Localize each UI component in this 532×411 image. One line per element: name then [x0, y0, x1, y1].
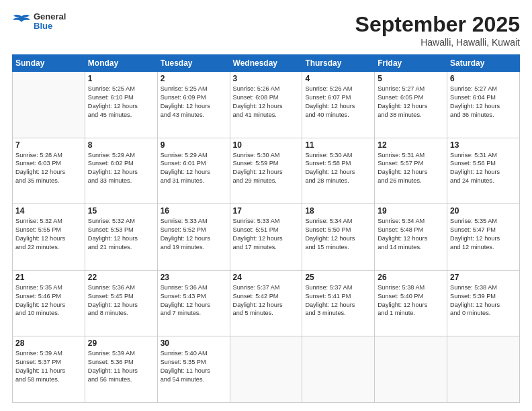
- calendar-cell: 11Sunrise: 5:30 AM Sunset: 5:58 PM Dayli…: [302, 138, 375, 204]
- day-number: 18: [305, 206, 371, 216]
- weekday-header-friday: Friday: [375, 55, 447, 72]
- day-number: 23: [161, 273, 227, 282]
- day-number: 28: [15, 338, 82, 348]
- calendar-week-row: 1Sunrise: 5:25 AM Sunset: 6:10 PM Daylig…: [13, 72, 520, 138]
- day-info: Sunrise: 5:36 AM Sunset: 5:43 PM Dayligh…: [161, 283, 227, 318]
- calendar-cell: 3Sunrise: 5:26 AM Sunset: 6:08 PM Daylig…: [230, 72, 302, 138]
- calendar-cell: 29Sunrise: 5:39 AM Sunset: 5:36 PM Dayli…: [85, 336, 157, 403]
- day-info: Sunrise: 5:31 AM Sunset: 5:56 PM Dayligh…: [450, 151, 517, 186]
- day-number: 14: [15, 206, 82, 216]
- calendar-cell: 1Sunrise: 5:25 AM Sunset: 6:10 PM Daylig…: [85, 72, 157, 138]
- day-number: 19: [378, 206, 444, 216]
- calendar-cell: 2Sunrise: 5:25 AM Sunset: 6:09 PM Daylig…: [157, 72, 230, 138]
- calendar-table: SundayMondayTuesdayWednesdayThursdayFrid…: [12, 54, 520, 403]
- calendar-week-row: 7Sunrise: 5:28 AM Sunset: 6:03 PM Daylig…: [13, 138, 520, 204]
- calendar-cell: 16Sunrise: 5:33 AM Sunset: 5:52 PM Dayli…: [157, 204, 230, 271]
- day-info: Sunrise: 5:31 AM Sunset: 5:57 PM Dayligh…: [378, 151, 444, 186]
- day-number: 1: [88, 74, 154, 83]
- calendar-cell: [13, 72, 85, 138]
- calendar-cell: 21Sunrise: 5:35 AM Sunset: 5:46 PM Dayli…: [13, 270, 85, 336]
- calendar-week-row: 14Sunrise: 5:32 AM Sunset: 5:55 PM Dayli…: [13, 204, 520, 271]
- calendar-cell: 25Sunrise: 5:37 AM Sunset: 5:41 PM Dayli…: [302, 270, 375, 336]
- day-number: 21: [15, 273, 82, 282]
- calendar-cell: 26Sunrise: 5:38 AM Sunset: 5:40 PM Dayli…: [375, 270, 447, 336]
- calendar-cell: 14Sunrise: 5:32 AM Sunset: 5:55 PM Dayli…: [13, 204, 85, 271]
- day-number: 6: [450, 74, 517, 83]
- calendar-cell: 12Sunrise: 5:31 AM Sunset: 5:57 PM Dayli…: [375, 138, 447, 204]
- calendar-cell: 23Sunrise: 5:36 AM Sunset: 5:43 PM Dayli…: [157, 270, 230, 336]
- day-number: 26: [378, 273, 444, 282]
- weekday-header-sunday: Sunday: [13, 55, 85, 72]
- day-info: Sunrise: 5:25 AM Sunset: 6:10 PM Dayligh…: [88, 85, 154, 120]
- day-info: Sunrise: 5:32 AM Sunset: 5:53 PM Dayligh…: [88, 217, 154, 252]
- day-info: Sunrise: 5:32 AM Sunset: 5:55 PM Dayligh…: [15, 217, 82, 252]
- day-number: 9: [161, 140, 227, 150]
- calendar-cell: 7Sunrise: 5:28 AM Sunset: 6:03 PM Daylig…: [13, 138, 85, 204]
- day-number: 16: [161, 206, 227, 216]
- day-info: Sunrise: 5:39 AM Sunset: 5:36 PM Dayligh…: [88, 349, 154, 384]
- weekday-header-thursday: Thursday: [302, 55, 375, 72]
- day-info: Sunrise: 5:34 AM Sunset: 5:48 PM Dayligh…: [378, 217, 444, 252]
- calendar-cell: [230, 336, 302, 403]
- day-info: Sunrise: 5:27 AM Sunset: 6:04 PM Dayligh…: [450, 85, 517, 120]
- calendar-cell: 6Sunrise: 5:27 AM Sunset: 6:04 PM Daylig…: [447, 72, 520, 138]
- day-info: Sunrise: 5:33 AM Sunset: 5:51 PM Dayligh…: [233, 217, 300, 252]
- day-number: 17: [233, 206, 300, 216]
- logo-line2: Blue: [34, 21, 66, 31]
- calendar-cell: [302, 336, 375, 403]
- weekday-header-row: SundayMondayTuesdayWednesdayThursdayFrid…: [13, 55, 520, 72]
- day-info: Sunrise: 5:36 AM Sunset: 5:45 PM Dayligh…: [88, 283, 154, 318]
- day-info: Sunrise: 5:37 AM Sunset: 5:42 PM Dayligh…: [233, 283, 300, 318]
- day-number: 8: [88, 140, 154, 150]
- weekday-header-wednesday: Wednesday: [230, 55, 302, 72]
- day-info: Sunrise: 5:29 AM Sunset: 6:01 PM Dayligh…: [161, 151, 227, 186]
- day-number: 29: [88, 338, 154, 348]
- calendar-week-row: 21Sunrise: 5:35 AM Sunset: 5:46 PM Dayli…: [13, 270, 520, 336]
- calendar-cell: [375, 336, 447, 403]
- day-number: 24: [233, 273, 300, 282]
- calendar-cell: 8Sunrise: 5:29 AM Sunset: 6:02 PM Daylig…: [85, 138, 157, 204]
- weekday-header-saturday: Saturday: [447, 55, 520, 72]
- calendar-cell: 24Sunrise: 5:37 AM Sunset: 5:42 PM Dayli…: [230, 270, 302, 336]
- day-info: Sunrise: 5:25 AM Sunset: 6:09 PM Dayligh…: [161, 85, 227, 120]
- weekday-header-tuesday: Tuesday: [157, 55, 230, 72]
- calendar-cell: 9Sunrise: 5:29 AM Sunset: 6:01 PM Daylig…: [157, 138, 230, 204]
- day-info: Sunrise: 5:37 AM Sunset: 5:41 PM Dayligh…: [305, 283, 371, 318]
- day-info: Sunrise: 5:26 AM Sunset: 6:08 PM Dayligh…: [233, 85, 300, 120]
- day-number: 11: [305, 140, 371, 150]
- calendar-cell: 27Sunrise: 5:38 AM Sunset: 5:39 PM Dayli…: [447, 270, 520, 336]
- day-number: 15: [88, 206, 154, 216]
- logo-line1: General: [34, 12, 66, 21]
- day-info: Sunrise: 5:30 AM Sunset: 5:58 PM Dayligh…: [305, 151, 371, 186]
- logo-text: General Blue: [34, 12, 66, 32]
- calendar-cell: 10Sunrise: 5:30 AM Sunset: 5:59 PM Dayli…: [230, 138, 302, 204]
- calendar-cell: 15Sunrise: 5:32 AM Sunset: 5:53 PM Dayli…: [85, 204, 157, 271]
- day-info: Sunrise: 5:39 AM Sunset: 5:37 PM Dayligh…: [15, 349, 82, 384]
- day-info: Sunrise: 5:34 AM Sunset: 5:50 PM Dayligh…: [305, 217, 371, 252]
- day-number: 30: [161, 338, 227, 348]
- day-number: 10: [233, 140, 300, 150]
- day-number: 13: [450, 140, 517, 150]
- calendar-cell: 22Sunrise: 5:36 AM Sunset: 5:45 PM Dayli…: [85, 270, 157, 336]
- location: Hawalli, Hawalli, Kuwait: [355, 37, 520, 48]
- day-info: Sunrise: 5:28 AM Sunset: 6:03 PM Dayligh…: [15, 151, 82, 186]
- day-number: 25: [305, 273, 371, 282]
- day-info: Sunrise: 5:29 AM Sunset: 6:02 PM Dayligh…: [88, 151, 154, 186]
- day-info: Sunrise: 5:35 AM Sunset: 5:47 PM Dayligh…: [450, 217, 517, 252]
- calendar-cell: 5Sunrise: 5:27 AM Sunset: 6:05 PM Daylig…: [375, 72, 447, 138]
- day-number: 22: [88, 273, 154, 282]
- header: General Blue September 2025 Hawalli, Haw…: [12, 12, 520, 48]
- calendar-cell: 17Sunrise: 5:33 AM Sunset: 5:51 PM Dayli…: [230, 204, 302, 271]
- logo: General Blue: [12, 12, 66, 32]
- calendar-cell: 13Sunrise: 5:31 AM Sunset: 5:56 PM Dayli…: [447, 138, 520, 204]
- page: General Blue September 2025 Hawalli, Haw…: [0, 0, 532, 411]
- title-block: September 2025 Hawalli, Hawalli, Kuwait: [355, 12, 520, 48]
- calendar-cell: 20Sunrise: 5:35 AM Sunset: 5:47 PM Dayli…: [447, 204, 520, 271]
- logo-icon: [12, 14, 31, 29]
- day-number: 20: [450, 206, 517, 216]
- day-number: 12: [378, 140, 444, 150]
- day-info: Sunrise: 5:40 AM Sunset: 5:35 PM Dayligh…: [161, 349, 227, 384]
- calendar-week-row: 28Sunrise: 5:39 AM Sunset: 5:37 PM Dayli…: [13, 336, 520, 403]
- day-info: Sunrise: 5:38 AM Sunset: 5:39 PM Dayligh…: [450, 283, 517, 318]
- calendar-cell: 28Sunrise: 5:39 AM Sunset: 5:37 PM Dayli…: [13, 336, 85, 403]
